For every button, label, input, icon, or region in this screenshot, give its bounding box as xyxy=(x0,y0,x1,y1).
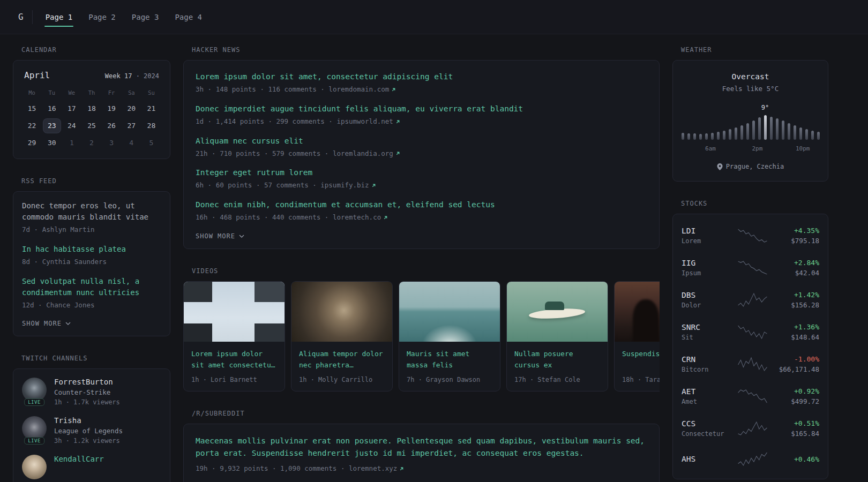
tab-page-2[interactable]: Page 2 xyxy=(87,9,117,26)
calendar-day[interactable]: 17 xyxy=(63,102,80,116)
stock-row[interactable]: AHS +0.46% xyxy=(682,445,819,473)
hn-domain-text: ipsumify.biz xyxy=(320,180,369,191)
calendar-day[interactable]: 4 xyxy=(123,136,140,150)
app-logo[interactable]: G xyxy=(13,12,32,22)
video-title: Aliquam tempor dolor nec pharetra… xyxy=(299,349,385,371)
hn-item-meta: 3h · 148 points · 116 comments · loremdo… xyxy=(196,85,647,95)
twitch-channel[interactable]: LIVE ForrestBurton Counter-Strike 1h · 1… xyxy=(22,378,161,406)
rss-show-more-button[interactable]: SHOW MORE xyxy=(22,319,71,327)
stock-symbol: AHS xyxy=(682,455,733,463)
stock-row[interactable]: IIGIpsum +2.84%$42.04 xyxy=(682,252,819,284)
hn-domain-link[interactable]: loremtech.co xyxy=(333,213,388,223)
calendar-day[interactable]: 28 xyxy=(143,119,160,133)
hn-item-link[interactable]: Donec enim nibh, condimentum et accumsan… xyxy=(196,199,647,210)
calendar-day[interactable]: 5 xyxy=(143,136,160,150)
calendar-day[interactable]: 18 xyxy=(83,102,100,116)
calendar-day[interactable]: 30 xyxy=(43,136,61,150)
calendar-day[interactable]: 26 xyxy=(103,119,120,133)
calendar-day[interactable]: 24 xyxy=(63,119,80,133)
stock-row[interactable]: CCSConsectetur +0.51%$165.84 xyxy=(682,412,819,445)
weather-location: Prague, Czechia xyxy=(682,163,819,170)
hn-domain-link[interactable]: loremdomain.com xyxy=(328,85,396,95)
stock-symbol: IIG xyxy=(682,259,733,267)
calendar-day[interactable]: 25 xyxy=(83,119,100,133)
stock-sparkline xyxy=(737,389,768,404)
calendar-day[interactable]: 15 xyxy=(24,102,41,116)
stock-change: +1.42% xyxy=(772,291,819,299)
rss-item-link[interactable]: Donec tempor eros leo, ut commodo mauris… xyxy=(22,200,161,223)
video-card[interactable]: Nullam posuere cursus ex 17h · Stefan Co… xyxy=(506,281,608,391)
video-thumbnail xyxy=(184,282,285,342)
hn-domain-link[interactable]: ipsumworld.net xyxy=(336,117,400,127)
weather-bar xyxy=(693,133,696,140)
hn-item-link[interactable]: Lorem ipsum dolor sit amet, consectetur … xyxy=(196,71,647,82)
hn-domain-link[interactable]: loremlandia.org xyxy=(333,149,400,159)
calendar-day[interactable]: 16 xyxy=(43,102,61,116)
calendar-day[interactable]: 3 xyxy=(103,136,120,150)
calendar-day[interactable]: 21 xyxy=(143,102,160,116)
weather-bar xyxy=(776,118,779,140)
tab-page-4[interactable]: Page 4 xyxy=(174,9,203,26)
stock-symbol: LDI xyxy=(682,227,733,235)
avatar xyxy=(22,455,47,479)
stock-name: Ipsum xyxy=(682,269,733,277)
rss-item-link[interactable]: In hac habitasse platea xyxy=(22,244,161,255)
weather-bar xyxy=(758,117,761,140)
stock-row[interactable]: LDILorem +4.35%$795.18 xyxy=(682,220,819,252)
stock-sparkline xyxy=(737,451,768,466)
stock-change: +2.84% xyxy=(772,259,819,267)
hn-item: Integer eget rutrum lorem 6h · 60 points… xyxy=(196,167,647,191)
video-body: Mauris sit amet massa felis 7h · Grayson… xyxy=(399,342,500,391)
middle-column: HACKER NEWS Lorem ipsum dolor sit amet, … xyxy=(183,46,660,482)
stock-change: +4.35% xyxy=(772,227,819,235)
subreddit-item-link[interactable]: Maecenas mollis pulvinar erat non posuer… xyxy=(196,435,647,460)
video-meta: 7h · Grayson Dawson xyxy=(407,376,492,383)
calendar-grid: MoTuWeThFrSaSu15161718192021222324252627… xyxy=(22,88,161,150)
twitch-channel[interactable]: KendallCarr xyxy=(22,455,161,479)
video-card[interactable]: Suspendisse diam 18h · Tara xyxy=(614,281,660,391)
video-card[interactable]: Lorem ipsum dolor sit amet consectetu… 1… xyxy=(183,281,285,391)
stock-sparkline xyxy=(737,357,768,372)
calendar-day[interactable]: 29 xyxy=(24,136,41,150)
subreddit-domain-link[interactable]: loremnet.xyz xyxy=(349,464,404,474)
hn-domain-link[interactable]: ipsumify.biz xyxy=(320,180,376,191)
hn-item-link[interactable]: Integer eget rutrum lorem xyxy=(196,167,647,178)
hn-item-link[interactable]: Donec imperdiet augue tincidunt felis al… xyxy=(196,103,647,115)
calendar-day[interactable]: 23 xyxy=(43,119,61,133)
hn-show-more-button[interactable]: SHOW MORE xyxy=(196,231,244,240)
calendar-day[interactable]: 20 xyxy=(123,102,140,116)
stock-change: +0.51% xyxy=(772,419,819,427)
channel-name: Trisha xyxy=(54,416,123,425)
hn-item-meta: 6h · 60 points · 57 comments · ipsumify.… xyxy=(196,180,647,191)
external-link-icon xyxy=(395,119,400,124)
rss-item-link[interactable]: Sed volutpat nulla nisl, a condimentum n… xyxy=(22,276,161,298)
stock-name: Consectetur xyxy=(682,430,733,438)
stock-row[interactable]: CRNBitcorn -1.00%$66,171.48 xyxy=(682,348,819,380)
subreddit-item: Maecenas mollis pulvinar erat non posuer… xyxy=(196,435,647,474)
tab-page-1[interactable]: Page 1 xyxy=(44,9,74,26)
calendar-day[interactable]: 22 xyxy=(24,119,41,133)
video-meta: 17h · Stefan Cole xyxy=(514,376,600,383)
video-card[interactable]: Mauris sit amet massa felis 7h · Grayson… xyxy=(399,281,500,391)
stock-row[interactable]: DBSDolor +1.42%$156.28 xyxy=(682,284,819,316)
tab-page-3[interactable]: Page 3 xyxy=(131,9,160,26)
calendar-day[interactable]: 27 xyxy=(123,119,140,133)
external-link-icon xyxy=(383,215,388,220)
hn-domain-text: loremdomain.com xyxy=(328,85,389,95)
stock-row[interactable]: SNRCSit +1.36%$148.64 xyxy=(682,316,819,348)
video-body: Aliquam tempor dolor nec pharetra… 1h · … xyxy=(291,342,392,391)
calendar-day[interactable]: 2 xyxy=(83,136,100,150)
weather-bar xyxy=(811,131,814,140)
calendar-day[interactable]: 1 xyxy=(63,136,80,150)
hn-item-stats: 6h · 60 points · 57 comments · xyxy=(196,181,320,189)
video-card[interactable]: Aliquam tempor dolor nec pharetra… 1h · … xyxy=(291,281,393,391)
video-body: Suspendisse diam 18h · Tara xyxy=(615,342,660,391)
video-title: Nullam posuere cursus ex xyxy=(514,349,600,371)
hn-item-link[interactable]: Aliquam nec cursus elit xyxy=(196,135,647,147)
stock-row[interactable]: AETAmet +0.92%$499.72 xyxy=(682,380,819,412)
stock-symbol: CCS xyxy=(682,419,733,428)
calendar-header: April Week 17 · 2024 xyxy=(22,69,161,80)
calendar-day[interactable]: 19 xyxy=(103,102,120,116)
twitch-channel[interactable]: LIVE Trisha League of Legends 3h · 1.2k … xyxy=(22,416,161,445)
hn-item: Lorem ipsum dolor sit amet, consectetur … xyxy=(196,71,647,95)
